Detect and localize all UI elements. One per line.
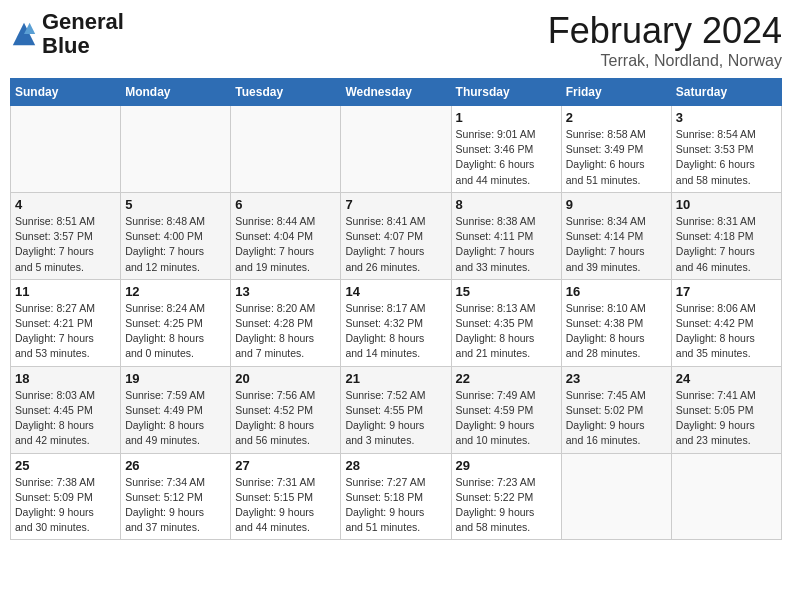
day-number: 26: [125, 458, 226, 473]
day-number: 24: [676, 371, 777, 386]
calendar-cell: 11Sunrise: 8:27 AM Sunset: 4:21 PM Dayli…: [11, 279, 121, 366]
location-title: Terrak, Nordland, Norway: [548, 52, 782, 70]
day-number: 3: [676, 110, 777, 125]
day-number: 15: [456, 284, 557, 299]
calendar-cell: 13Sunrise: 8:20 AM Sunset: 4:28 PM Dayli…: [231, 279, 341, 366]
day-number: 10: [676, 197, 777, 212]
day-of-week-header: Sunday: [11, 79, 121, 106]
calendar-cell: 25Sunrise: 7:38 AM Sunset: 5:09 PM Dayli…: [11, 453, 121, 540]
calendar-week-row: 25Sunrise: 7:38 AM Sunset: 5:09 PM Dayli…: [11, 453, 782, 540]
calendar-cell: 5Sunrise: 8:48 AM Sunset: 4:00 PM Daylig…: [121, 192, 231, 279]
day-of-week-header: Saturday: [671, 79, 781, 106]
calendar-cell: 27Sunrise: 7:31 AM Sunset: 5:15 PM Dayli…: [231, 453, 341, 540]
day-info: Sunrise: 7:38 AM Sunset: 5:09 PM Dayligh…: [15, 475, 116, 536]
day-info: Sunrise: 8:20 AM Sunset: 4:28 PM Dayligh…: [235, 301, 336, 362]
calendar-cell: [121, 106, 231, 193]
calendar-cell: 20Sunrise: 7:56 AM Sunset: 4:52 PM Dayli…: [231, 366, 341, 453]
calendar-week-row: 18Sunrise: 8:03 AM Sunset: 4:45 PM Dayli…: [11, 366, 782, 453]
day-info: Sunrise: 7:45 AM Sunset: 5:02 PM Dayligh…: [566, 388, 667, 449]
calendar-cell: [561, 453, 671, 540]
day-info: Sunrise: 8:31 AM Sunset: 4:18 PM Dayligh…: [676, 214, 777, 275]
calendar-cell: 28Sunrise: 7:27 AM Sunset: 5:18 PM Dayli…: [341, 453, 451, 540]
day-info: Sunrise: 8:27 AM Sunset: 4:21 PM Dayligh…: [15, 301, 116, 362]
day-of-week-header: Friday: [561, 79, 671, 106]
day-number: 13: [235, 284, 336, 299]
day-number: 4: [15, 197, 116, 212]
day-info: Sunrise: 7:31 AM Sunset: 5:15 PM Dayligh…: [235, 475, 336, 536]
day-number: 23: [566, 371, 667, 386]
title-area: February 2024 Terrak, Nordland, Norway: [548, 10, 782, 70]
day-info: Sunrise: 8:54 AM Sunset: 3:53 PM Dayligh…: [676, 127, 777, 188]
day-number: 9: [566, 197, 667, 212]
calendar-header: SundayMondayTuesdayWednesdayThursdayFrid…: [11, 79, 782, 106]
calendar-cell: 9Sunrise: 8:34 AM Sunset: 4:14 PM Daylig…: [561, 192, 671, 279]
day-number: 22: [456, 371, 557, 386]
day-info: Sunrise: 7:56 AM Sunset: 4:52 PM Dayligh…: [235, 388, 336, 449]
day-info: Sunrise: 7:59 AM Sunset: 4:49 PM Dayligh…: [125, 388, 226, 449]
calendar-cell: 4Sunrise: 8:51 AM Sunset: 3:57 PM Daylig…: [11, 192, 121, 279]
calendar-cell: 19Sunrise: 7:59 AM Sunset: 4:49 PM Dayli…: [121, 366, 231, 453]
day-info: Sunrise: 7:41 AM Sunset: 5:05 PM Dayligh…: [676, 388, 777, 449]
day-number: 12: [125, 284, 226, 299]
calendar-week-row: 1Sunrise: 9:01 AM Sunset: 3:46 PM Daylig…: [11, 106, 782, 193]
day-of-week-header: Monday: [121, 79, 231, 106]
day-info: Sunrise: 7:52 AM Sunset: 4:55 PM Dayligh…: [345, 388, 446, 449]
calendar-cell: 1Sunrise: 9:01 AM Sunset: 3:46 PM Daylig…: [451, 106, 561, 193]
day-info: Sunrise: 8:48 AM Sunset: 4:00 PM Dayligh…: [125, 214, 226, 275]
day-of-week-header: Tuesday: [231, 79, 341, 106]
calendar-cell: [11, 106, 121, 193]
day-info: Sunrise: 8:51 AM Sunset: 3:57 PM Dayligh…: [15, 214, 116, 275]
day-info: Sunrise: 7:49 AM Sunset: 4:59 PM Dayligh…: [456, 388, 557, 449]
day-info: Sunrise: 8:38 AM Sunset: 4:11 PM Dayligh…: [456, 214, 557, 275]
calendar-cell: 10Sunrise: 8:31 AM Sunset: 4:18 PM Dayli…: [671, 192, 781, 279]
day-info: Sunrise: 8:58 AM Sunset: 3:49 PM Dayligh…: [566, 127, 667, 188]
day-info: Sunrise: 8:34 AM Sunset: 4:14 PM Dayligh…: [566, 214, 667, 275]
calendar-cell: 3Sunrise: 8:54 AM Sunset: 3:53 PM Daylig…: [671, 106, 781, 193]
day-number: 29: [456, 458, 557, 473]
calendar-cell: 21Sunrise: 7:52 AM Sunset: 4:55 PM Dayli…: [341, 366, 451, 453]
header: General Blue February 2024 Terrak, Nordl…: [10, 10, 782, 70]
day-number: 17: [676, 284, 777, 299]
day-info: Sunrise: 8:41 AM Sunset: 4:07 PM Dayligh…: [345, 214, 446, 275]
calendar-cell: 12Sunrise: 8:24 AM Sunset: 4:25 PM Dayli…: [121, 279, 231, 366]
calendar-cell: 23Sunrise: 7:45 AM Sunset: 5:02 PM Dayli…: [561, 366, 671, 453]
calendar-cell: 22Sunrise: 7:49 AM Sunset: 4:59 PM Dayli…: [451, 366, 561, 453]
calendar-cell: 29Sunrise: 7:23 AM Sunset: 5:22 PM Dayli…: [451, 453, 561, 540]
calendar-cell: 8Sunrise: 8:38 AM Sunset: 4:11 PM Daylig…: [451, 192, 561, 279]
day-info: Sunrise: 7:27 AM Sunset: 5:18 PM Dayligh…: [345, 475, 446, 536]
logo: General Blue: [10, 10, 124, 58]
calendar-cell: 26Sunrise: 7:34 AM Sunset: 5:12 PM Dayli…: [121, 453, 231, 540]
day-number: 16: [566, 284, 667, 299]
calendar-cell: 16Sunrise: 8:10 AM Sunset: 4:38 PM Dayli…: [561, 279, 671, 366]
day-number: 27: [235, 458, 336, 473]
day-number: 21: [345, 371, 446, 386]
day-number: 18: [15, 371, 116, 386]
day-number: 28: [345, 458, 446, 473]
day-number: 11: [15, 284, 116, 299]
day-number: 19: [125, 371, 226, 386]
day-number: 6: [235, 197, 336, 212]
day-number: 20: [235, 371, 336, 386]
day-number: 14: [345, 284, 446, 299]
calendar-cell: 18Sunrise: 8:03 AM Sunset: 4:45 PM Dayli…: [11, 366, 121, 453]
calendar-cell: 14Sunrise: 8:17 AM Sunset: 4:32 PM Dayli…: [341, 279, 451, 366]
day-number: 2: [566, 110, 667, 125]
day-number: 25: [15, 458, 116, 473]
day-info: Sunrise: 8:03 AM Sunset: 4:45 PM Dayligh…: [15, 388, 116, 449]
day-number: 8: [456, 197, 557, 212]
day-number: 1: [456, 110, 557, 125]
calendar-cell: 7Sunrise: 8:41 AM Sunset: 4:07 PM Daylig…: [341, 192, 451, 279]
day-info: Sunrise: 7:23 AM Sunset: 5:22 PM Dayligh…: [456, 475, 557, 536]
day-of-week-header: Wednesday: [341, 79, 451, 106]
day-number: 5: [125, 197, 226, 212]
day-info: Sunrise: 8:10 AM Sunset: 4:38 PM Dayligh…: [566, 301, 667, 362]
calendar-cell: 6Sunrise: 8:44 AM Sunset: 4:04 PM Daylig…: [231, 192, 341, 279]
calendar-cell: [231, 106, 341, 193]
calendar-week-row: 4Sunrise: 8:51 AM Sunset: 3:57 PM Daylig…: [11, 192, 782, 279]
day-info: Sunrise: 8:06 AM Sunset: 4:42 PM Dayligh…: [676, 301, 777, 362]
calendar-cell: 2Sunrise: 8:58 AM Sunset: 3:49 PM Daylig…: [561, 106, 671, 193]
calendar-week-row: 11Sunrise: 8:27 AM Sunset: 4:21 PM Dayli…: [11, 279, 782, 366]
calendar-cell: [671, 453, 781, 540]
day-info: Sunrise: 8:13 AM Sunset: 4:35 PM Dayligh…: [456, 301, 557, 362]
day-of-week-header: Thursday: [451, 79, 561, 106]
